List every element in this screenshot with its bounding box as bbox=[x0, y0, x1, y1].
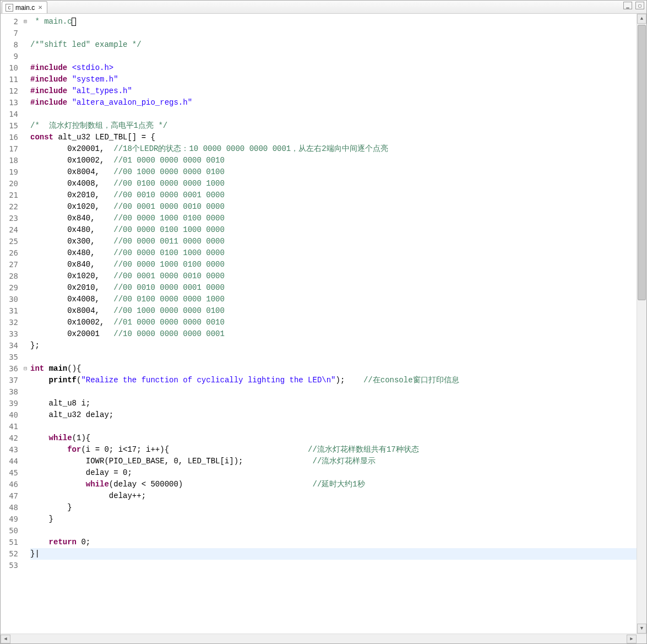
code-token: 0x300, bbox=[30, 237, 113, 246]
code-line[interactable]: #include "altera_avalon_pio_regs.h" bbox=[30, 97, 637, 109]
line-number: 10 bbox=[3, 62, 18, 74]
code-line[interactable]: 0x4008, //00 0100 0000 0000 1000 bbox=[30, 178, 637, 190]
code-line[interactable]: alt_u32 delay; bbox=[30, 409, 637, 421]
code-token: "altera_avalon_pio_regs.h" bbox=[72, 98, 192, 107]
code-line[interactable]: 0x20001, //18个LEDR的状态：10 0000 0000 0000 … bbox=[30, 143, 637, 155]
code-token: #include bbox=[30, 75, 67, 84]
code-line[interactable]: printf("Realize the function of cyclical… bbox=[30, 375, 637, 386]
fold-empty bbox=[21, 513, 29, 525]
code-line[interactable] bbox=[30, 386, 637, 398]
fold-empty bbox=[21, 432, 29, 444]
code-line[interactable]: 0x1020, //00 0001 0000 0010 0000 bbox=[30, 270, 637, 282]
code-token: //00 0010 0000 0001 0000 bbox=[113, 283, 225, 292]
fold-column: ⊞⊟ bbox=[21, 14, 29, 634]
code-line[interactable] bbox=[30, 421, 637, 432]
code-line[interactable]: while(1){ bbox=[30, 432, 637, 444]
tab-main-c[interactable]: c main.c ✕ bbox=[2, 1, 47, 13]
code-line[interactable]: 0x300, //00 0000 0011 0000 0000 bbox=[30, 236, 637, 247]
code-token: 0x4008, bbox=[30, 295, 113, 304]
code-line[interactable] bbox=[30, 28, 637, 39]
code-line[interactable]: const alt_u32 LED_TBL[] = { bbox=[30, 132, 637, 143]
code-line[interactable] bbox=[30, 109, 637, 120]
code-line[interactable]: return 0; bbox=[30, 537, 637, 548]
code-token: (delay < 500000) bbox=[109, 480, 313, 489]
scroll-left-icon[interactable]: ◀ bbox=[1, 635, 10, 643]
line-number: 22 bbox=[3, 201, 18, 213]
code-line[interactable]: * main.c bbox=[30, 16, 637, 28]
code-line[interactable]: alt_u8 i; bbox=[30, 398, 637, 409]
code-line[interactable]: delay++; bbox=[30, 490, 637, 502]
line-number: 41 bbox=[3, 421, 18, 432]
code-line[interactable]: 0x2010, //00 0010 0000 0001 0000 bbox=[30, 190, 637, 201]
scroll-thumb[interactable] bbox=[638, 25, 646, 300]
code-area[interactable]: * main.c /*"shift led" example */ #inclu… bbox=[29, 14, 637, 634]
fold-empty bbox=[21, 178, 29, 190]
code-line[interactable]: 0x10002, //01 0000 0000 0000 0010 bbox=[30, 155, 637, 166]
line-number: 34 bbox=[3, 340, 18, 351]
line-number: 27 bbox=[3, 259, 18, 270]
minimize-icon[interactable]: ▁ bbox=[623, 2, 632, 9]
scroll-down-icon[interactable]: ▼ bbox=[637, 624, 646, 634]
code-line[interactable] bbox=[30, 351, 637, 363]
code-line[interactable]: 0x840, //00 0000 1000 0100 0000 bbox=[30, 213, 637, 224]
scroll-right-icon[interactable]: ▶ bbox=[627, 635, 637, 643]
code-line[interactable]: int main(){ bbox=[30, 363, 637, 375]
code-token: /* 流水灯控制数组，高电平1点亮 */ bbox=[30, 121, 167, 130]
code-line[interactable]: 0x1020, //00 0001 0000 0010 0000 bbox=[30, 201, 637, 213]
line-number: 24 bbox=[3, 224, 18, 236]
line-number: 44 bbox=[3, 456, 18, 467]
fold-empty bbox=[21, 109, 29, 120]
code-line[interactable]: 0x8004, //00 1000 0000 0000 0100 bbox=[30, 305, 637, 317]
code-token: //00 1000 0000 0000 0100 bbox=[113, 306, 225, 315]
code-line[interactable]: 0x2010, //00 0010 0000 0001 0000 bbox=[30, 282, 637, 294]
maximize-icon[interactable]: ▢ bbox=[635, 2, 644, 9]
code-line[interactable]: } bbox=[30, 502, 637, 513]
horizontal-scrollbar[interactable]: ◀ ▶ bbox=[1, 634, 646, 643]
code-line[interactable]: /* 流水灯控制数组，高电平1点亮 */ bbox=[30, 120, 637, 132]
c-file-icon: c bbox=[6, 4, 13, 12]
code-line[interactable]: 0x10002, //01 0000 0000 0000 0010 bbox=[30, 317, 637, 328]
code-line[interactable]: } bbox=[30, 513, 637, 525]
code-token: //10 0000 0000 0000 0001 bbox=[113, 329, 225, 338]
fold-empty bbox=[21, 548, 29, 560]
code-line[interactable] bbox=[30, 560, 637, 571]
code-line[interactable]: /*"shift led" example */ bbox=[30, 39, 637, 51]
editor-body: 2789101112131415161718192021222324252627… bbox=[1, 14, 646, 634]
fold-expand-icon[interactable]: ⊞ bbox=[21, 16, 29, 28]
code-line[interactable]: IOWR(PIO_LED_BASE, 0, LED_TBL[i]); //流水灯… bbox=[30, 456, 637, 467]
code-token: //00 0010 0000 0001 0000 bbox=[113, 191, 225, 199]
fold-collapse-icon[interactable]: ⊟ bbox=[21, 363, 29, 375]
code-line[interactable]: }| bbox=[30, 548, 637, 560]
line-number-gutter: 2789101112131415161718192021222324252627… bbox=[1, 14, 21, 634]
code-line[interactable]: #include "alt_types.h" bbox=[30, 85, 637, 97]
code-line[interactable]: 0x480, //00 0000 0100 1000 0000 bbox=[30, 224, 637, 236]
line-number: 49 bbox=[3, 513, 18, 525]
code-line[interactable]: 0x8004, //00 1000 0000 0000 0100 bbox=[30, 166, 637, 178]
code-line[interactable]: 0x840, //00 0000 1000 0100 0000 bbox=[30, 259, 637, 270]
code-token: <stdio.h> bbox=[72, 63, 114, 72]
code-line[interactable]: 0x480, //00 0000 0100 1000 0000 bbox=[30, 247, 637, 259]
code-token: IOWR(PIO_LED_BASE, 0, LED_TBL[i]); bbox=[30, 457, 312, 466]
line-number: 21 bbox=[3, 190, 18, 201]
code-line[interactable]: #include <stdio.h> bbox=[30, 62, 637, 74]
code-line[interactable]: delay = 0; bbox=[30, 467, 637, 479]
code-token bbox=[30, 480, 86, 489]
line-number: 15 bbox=[3, 120, 18, 132]
code-line[interactable]: }; bbox=[30, 340, 637, 351]
code-line[interactable]: 0x20001 //10 0000 0000 0000 0001 bbox=[30, 328, 637, 340]
line-number: 7 bbox=[3, 28, 18, 39]
fold-empty bbox=[21, 444, 29, 456]
code-line[interactable] bbox=[30, 525, 637, 537]
code-token: //00 0000 0011 0000 0000 bbox=[113, 237, 225, 246]
code-line[interactable]: while(delay < 500000) //延时大约1秒 bbox=[30, 479, 637, 490]
code-token: 0x840, bbox=[30, 260, 113, 269]
code-line[interactable] bbox=[30, 51, 637, 62]
code-line[interactable]: #include "system.h" bbox=[30, 74, 637, 85]
vertical-scrollbar[interactable]: ▲ ▼ bbox=[637, 14, 646, 634]
close-icon[interactable]: ✕ bbox=[37, 4, 44, 11]
code-token: const bbox=[30, 133, 53, 142]
scroll-up-icon[interactable]: ▲ bbox=[637, 14, 646, 24]
code-line[interactable]: 0x4008, //00 0100 0000 0000 1000 bbox=[30, 294, 637, 305]
code-line[interactable]: for(i = 0; i<17; i++){ //流水灯花样数组共有17种状态 bbox=[30, 444, 637, 456]
code-token: 0; bbox=[77, 538, 90, 546]
